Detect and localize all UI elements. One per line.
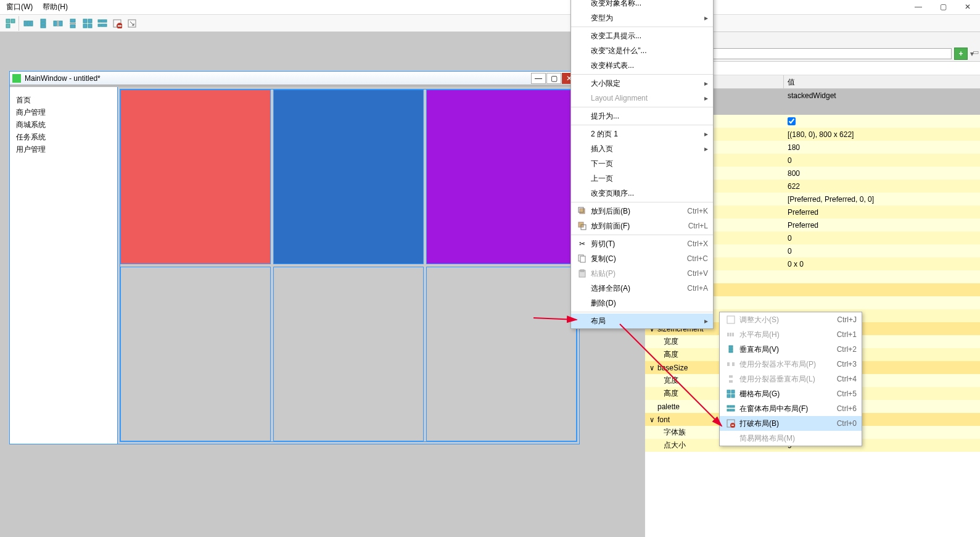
svg-rect-20	[101, 20, 107, 22]
list-item[interactable]: 首页	[16, 95, 111, 106]
menu-paste: 粘贴(P)Ctrl+V	[571, 266, 713, 281]
menu-separator	[571, 27, 713, 27]
svg-rect-39	[729, 346, 733, 348]
maximize-icon[interactable]: ▢	[546, 73, 561, 84]
toolbar-edit-widgets-icon[interactable]	[4, 17, 17, 30]
menu-size-constraints[interactable]: 大小限定▸	[571, 76, 713, 91]
svg-rect-0	[6, 19, 10, 23]
svg-rect-36	[727, 333, 729, 336]
bring-to-front-icon	[576, 222, 588, 230]
submenu-break-layout[interactable]: 打破布局(B)Ctrl+0	[720, 416, 862, 431]
menu-prev-page[interactable]: 上一页	[571, 171, 713, 186]
left-list: 首页 商户管理 商城系统 任务系统 用户管理	[10, 87, 118, 444]
menu-copy[interactable]: 复制(C)Ctrl+C	[571, 251, 713, 266]
detach-handle-icon[interactable]: ▭	[973, 48, 979, 56]
menu-separator	[571, 107, 713, 107]
submenu-adjust-size: 调整大小(S)Ctrl+J	[720, 312, 862, 327]
toolbar-form-icon[interactable]	[96, 17, 109, 30]
menu-morph-into[interactable]: 变型为▸	[571, 10, 713, 25]
toolbar-adjust-size-icon[interactable]	[125, 17, 139, 30]
grid-cell[interactable]	[120, 90, 271, 264]
stacked-widget-area[interactable]: ◂▸	[118, 87, 579, 444]
submenu-vlayout[interactable]: 垂直布局(V)Ctrl+2	[720, 342, 862, 357]
menu-help[interactable]: 帮助(H)	[43, 2, 68, 12]
toolbar-break-layout-icon[interactable]	[110, 17, 124, 30]
hsplitter-icon	[725, 360, 737, 368]
layout-submenu: 调整大小(S)Ctrl+J 水平布局(H)Ctrl+1 垂直布局(V)Ctrl+…	[719, 312, 862, 446]
submenu-gridlayout[interactable]: 栅格布局(G)Ctrl+5	[720, 386, 862, 401]
svg-rect-50	[727, 406, 729, 407]
maximize-icon[interactable]: ▢	[931, 0, 955, 14]
copy-icon	[576, 254, 588, 263]
menu-separator	[571, 74, 713, 75]
svg-rect-35	[727, 316, 735, 323]
svg-rect-44	[729, 375, 733, 378]
column-value: 值	[784, 75, 980, 88]
menu-layout[interactable]: 布局▸	[571, 314, 713, 328]
menu-insert-page[interactable]: 插入页▸	[571, 141, 713, 156]
menu-next-page[interactable]: 下一页	[571, 156, 713, 171]
menu-send-to-back[interactable]: 放到后面(B)Ctrl+K	[571, 204, 713, 219]
svg-rect-37	[730, 333, 731, 336]
designer-titlebar[interactable]: MainWindow - untitled* — ▢ ✕	[10, 72, 579, 85]
menu-change-page-order[interactable]: 改变页顺序...	[571, 186, 713, 201]
expand-icon[interactable]: ∨	[649, 415, 655, 424]
menu-change-object-name[interactable]: 改变对象名称...	[571, 0, 713, 10]
menu-change-whatsthis[interactable]: 改变"这是什么"...	[571, 43, 713, 58]
svg-rect-9	[54, 21, 57, 26]
list-item[interactable]: 商户管理	[16, 107, 111, 118]
svg-rect-48	[727, 394, 730, 398]
svg-rect-4	[27, 21, 30, 26]
grid-cell[interactable]	[426, 267, 577, 441]
toolbar-vsplitter-icon[interactable]	[66, 17, 80, 30]
svg-rect-2	[6, 24, 10, 28]
minimize-icon[interactable]: —	[531, 73, 546, 84]
menu-page-of[interactable]: 2 的页 1▸	[571, 127, 713, 141]
svg-rect-21	[98, 24, 101, 27]
submenu-arrow-icon: ▸	[704, 144, 708, 153]
svg-rect-17	[83, 24, 87, 28]
enabled-checkbox[interactable]	[788, 117, 796, 125]
toolbar-hsplitter-icon[interactable]	[51, 17, 65, 30]
toolbar-vlayout-icon[interactable]	[36, 17, 50, 30]
svg-rect-38	[732, 333, 734, 336]
menubar: 窗口(W) 帮助(H)	[0, 0, 980, 15]
grid-cell[interactable]	[120, 267, 271, 441]
svg-rect-27	[580, 209, 585, 214]
menu-promote[interactable]: 提升为...	[571, 109, 713, 123]
menu-cut[interactable]: ✂剪切(T)Ctrl+X	[571, 236, 713, 251]
list-item[interactable]: 用户管理	[16, 144, 111, 155]
list-item[interactable]: 任务系统	[16, 132, 111, 143]
grid-cell[interactable]	[273, 90, 424, 264]
svg-rect-6	[41, 19, 46, 22]
menu-window[interactable]: 窗口(W)	[6, 2, 33, 12]
expand-icon[interactable]: ∨	[649, 364, 655, 372]
scissors-icon: ✂	[576, 239, 588, 248]
send-to-back-icon	[576, 207, 588, 215]
svg-rect-32	[580, 256, 585, 262]
menu-delete[interactable]: 删除(D)	[571, 296, 713, 310]
paste-icon	[576, 269, 588, 278]
menu-select-all[interactable]: 选择全部(A)Ctrl+A	[571, 281, 713, 296]
svg-rect-3	[24, 21, 27, 26]
menu-separator	[571, 202, 713, 202]
svg-rect-12	[70, 19, 75, 22]
grid-cell[interactable]	[273, 267, 424, 441]
toolbar-grid-icon[interactable]	[81, 17, 94, 30]
grid-cell[interactable]	[426, 90, 577, 264]
submenu-arrow-icon: ▸	[704, 317, 708, 325]
menu-change-tooltip[interactable]: 改变工具提示...	[571, 28, 713, 43]
menu-bring-to-front[interactable]: 放到前面(F)Ctrl+L	[571, 219, 713, 233]
list-item[interactable]: 商城系统	[16, 120, 111, 130]
svg-rect-1	[11, 19, 15, 23]
minimize-icon[interactable]: —	[906, 0, 931, 14]
submenu-formlayout[interactable]: 在窗体布局中布局(F)Ctrl+6	[720, 401, 862, 416]
adjust-size-icon	[725, 315, 737, 324]
grid-layout	[120, 89, 577, 442]
close-icon[interactable]: ✕	[955, 0, 980, 14]
svg-rect-53	[730, 409, 735, 411]
menu-change-stylesheet[interactable]: 改变样式表...	[571, 58, 713, 73]
toolbar-hlayout-icon[interactable]	[22, 17, 35, 30]
grid-icon	[725, 389, 737, 398]
add-property-button[interactable]: +	[954, 48, 968, 60]
